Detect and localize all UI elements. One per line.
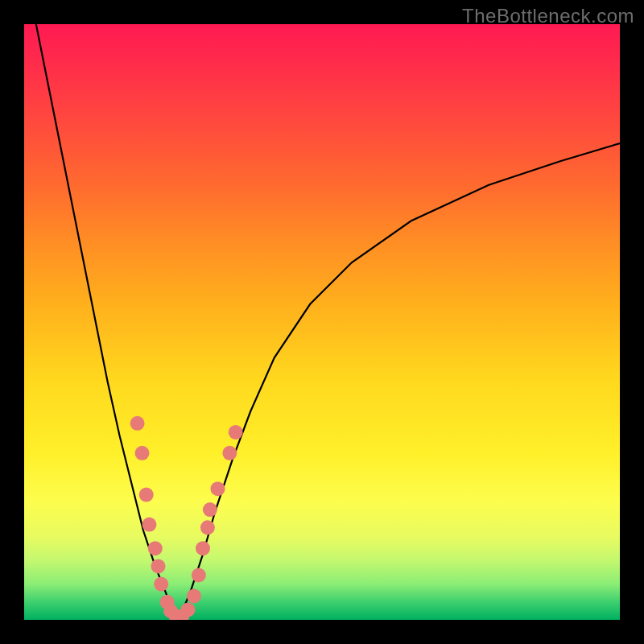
marker-dot — [148, 541, 163, 555]
marker-dot — [229, 425, 243, 440]
chart-svg — [24, 24, 620, 620]
marker-dot — [211, 481, 225, 496]
curve-left — [36, 24, 180, 620]
marker-dot — [192, 568, 206, 583]
marker-dot — [181, 602, 196, 617]
plot-area — [24, 24, 620, 620]
curve-right — [179, 143, 620, 620]
marker-dot — [196, 541, 210, 555]
marker-dot — [139, 488, 154, 502]
marker-dot — [187, 588, 201, 603]
marker-dot — [203, 502, 217, 517]
marker-dot — [130, 416, 145, 431]
marker-dot — [135, 446, 150, 460]
marker-dot — [200, 520, 215, 535]
marker-dot — [222, 446, 237, 460]
watermark-text: TheBottleneck.com — [462, 5, 634, 27]
marker-dot — [151, 559, 166, 573]
chart-frame: TheBottleneck.com — [0, 0, 644, 644]
marker-dot — [142, 518, 156, 532]
marker-group — [130, 416, 243, 620]
marker-dot — [154, 577, 168, 592]
